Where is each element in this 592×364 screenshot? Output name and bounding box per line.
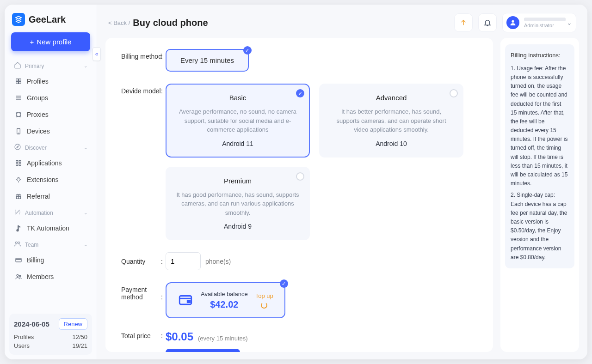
model-description: It has good performance, has sound, supp… xyxy=(176,190,300,218)
wallet-icon xyxy=(178,292,193,309)
sidebar-item-proxies[interactable]: Proxies xyxy=(9,106,92,123)
sidebar-item-label: Groups xyxy=(27,94,48,102)
page-title: Buy cloud phone xyxy=(133,18,208,28)
upload-button[interactable] xyxy=(454,13,473,32)
model-android-version: Android 9 xyxy=(176,223,300,230)
sidebar-footer: 2024-06-05 Renew Profiles 12/50 Users 19… xyxy=(9,314,92,355)
billing-option-15min[interactable]: Every 15 minutes ✓ xyxy=(166,49,249,72)
svg-point-9 xyxy=(16,116,18,117)
model-name: Basic xyxy=(176,94,300,102)
nav-group-automation[interactable]: Automation⌄ xyxy=(9,205,92,220)
instructions-p2: 2. Single-day cap: Each device has a cap… xyxy=(511,191,569,262)
top-actions: Administrator ⌄ xyxy=(454,13,576,32)
nav-group-label: Team xyxy=(25,242,38,248)
loading-spinner-icon xyxy=(261,302,267,309)
back-link[interactable]: < Back / xyxy=(108,19,130,26)
topup-link[interactable]: Top up xyxy=(255,292,273,299)
chevron-down-icon: ⌄ xyxy=(84,242,87,247)
balance-amount: $42.02 xyxy=(210,299,238,310)
content-row: Billing method Every 15 minutes ✓ Devide… xyxy=(97,37,587,359)
app-window: GeeLark + New profile Primary⌄ProfilesGr… xyxy=(5,5,587,359)
users-stat-label: Users xyxy=(14,342,30,349)
profiles-icon xyxy=(15,78,22,85)
billing-method-label: Billing method xyxy=(121,49,166,60)
model-card-advanced[interactable]: AdvancedIt has better performance, has s… xyxy=(319,84,463,158)
payment-balance-option[interactable]: Available balance $42.02 Top up ✓ xyxy=(166,282,285,318)
avatar-icon xyxy=(506,16,519,29)
model-card-premium[interactable]: PremiumIt has good performance, has soun… xyxy=(166,167,310,241)
sidebar-item-devices[interactable]: Devices xyxy=(9,123,92,140)
chevron-down-icon: ⌄ xyxy=(567,19,572,26)
new-profile-button[interactable]: + New profile xyxy=(11,32,90,51)
svg-rect-18 xyxy=(19,164,21,165)
svg-rect-29 xyxy=(187,300,190,302)
new-profile-label: New profile xyxy=(37,38,71,46)
sidebar-item-extensions[interactable]: Extensions xyxy=(9,171,92,188)
model-description: Average performance, no sound, no camera… xyxy=(176,107,300,134)
main-area: < Back / Buy cloud phone Administrator xyxy=(97,5,587,359)
bell-icon xyxy=(483,18,492,27)
brand-logo: GeeLark xyxy=(9,13,92,32)
svg-rect-15 xyxy=(16,161,18,163)
billing-option-label: Every 15 minutes xyxy=(180,56,234,64)
sidebar-item-label: Members xyxy=(27,273,54,280)
sidebar-collapse-button[interactable]: « xyxy=(92,47,101,61)
chevron-left-double-icon: « xyxy=(95,51,99,57)
user-menu[interactable]: Administrator ⌄ xyxy=(502,13,576,32)
check-icon: ✓ xyxy=(243,46,252,55)
profiles-stat-value: 12/50 xyxy=(72,334,87,340)
sidebar-item-groups[interactable]: Groups xyxy=(9,90,92,106)
sidebar-item-applications[interactable]: Applications xyxy=(9,155,92,171)
sidebar-item-label: TK Automation xyxy=(27,224,69,232)
svg-point-13 xyxy=(15,144,20,150)
model-card-basic[interactable]: ✓BasicAverage performance, no sound, no … xyxy=(166,84,310,158)
chevron-down-icon: ⌄ xyxy=(84,63,87,68)
quantity-label: Quantity xyxy=(121,258,166,265)
plus-icon: + xyxy=(30,38,34,46)
svg-rect-2 xyxy=(16,82,18,84)
svg-point-21 xyxy=(15,242,17,243)
sidebar-item-label: Extensions xyxy=(27,176,58,183)
plan-expiry-date: 2024-06-05 xyxy=(14,320,49,328)
members-icon xyxy=(15,273,22,280)
renew-button[interactable]: Renew xyxy=(59,318,87,330)
available-balance-label: Available balance xyxy=(201,291,248,297)
apps-icon xyxy=(15,159,22,167)
quantity-unit: phone(s) xyxy=(205,258,231,265)
notifications-button[interactable] xyxy=(478,13,497,32)
brand-name: GeeLark xyxy=(29,14,66,25)
total-price-label: Total price xyxy=(121,330,166,340)
nav-group-primary[interactable]: Primary⌄ xyxy=(9,58,92,73)
sidebar-item-label: Billing xyxy=(27,256,44,264)
nav-group-discover[interactable]: Discover⌄ xyxy=(9,140,92,155)
svg-point-10 xyxy=(20,116,21,117)
svg-rect-23 xyxy=(16,258,21,262)
svg-rect-3 xyxy=(19,82,21,84)
home-icon xyxy=(14,61,21,70)
gift-icon xyxy=(15,193,22,200)
chevron-down-icon: ⌄ xyxy=(84,210,87,215)
brand-logo-icon xyxy=(12,13,25,26)
model-description: It has better performance, has sound, su… xyxy=(329,107,453,134)
nav-group-team[interactable]: Team⌄ xyxy=(9,237,92,252)
upload-icon xyxy=(459,18,468,27)
sidebar: GeeLark + New profile Primary⌄ProfilesGr… xyxy=(5,5,97,359)
svg-marker-14 xyxy=(17,146,18,148)
compass-icon xyxy=(14,143,21,152)
check-icon: ✓ xyxy=(280,279,288,288)
sidebar-item-billing[interactable]: Billing xyxy=(9,252,92,268)
radio-icon xyxy=(450,89,458,97)
nav-group-label: Automation xyxy=(25,210,53,216)
tk-icon xyxy=(15,224,22,232)
sidebar-item-members[interactable]: Members xyxy=(9,268,92,285)
quantity-input[interactable] xyxy=(166,252,201,270)
svg-point-8 xyxy=(20,112,21,114)
nav-group-label: Primary xyxy=(25,63,44,69)
total-price-per: (every 15 minutes) xyxy=(198,335,248,342)
instructions-title: Billing instructions: xyxy=(511,51,569,61)
sidebar-item-profiles[interactable]: Profiles xyxy=(9,73,92,90)
proxies-icon xyxy=(15,111,22,118)
sidebar-item-referral[interactable]: Referral xyxy=(9,188,92,205)
buy-button[interactable]: Buy it now xyxy=(166,349,240,352)
sidebar-item-tk-automation[interactable]: TK Automation xyxy=(9,220,92,237)
